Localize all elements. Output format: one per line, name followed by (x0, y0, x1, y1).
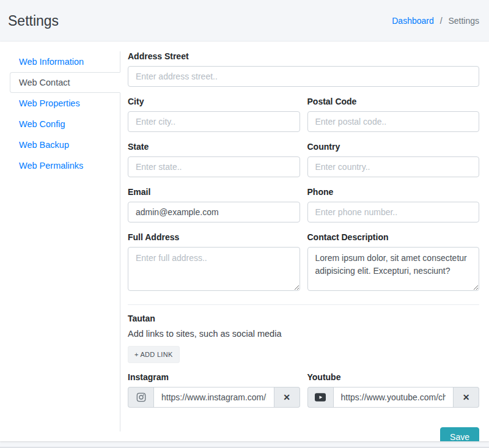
field-postal-code: Postal Code (307, 97, 480, 132)
email-input[interactable] (128, 202, 300, 222)
state-input[interactable] (128, 156, 300, 177)
instagram-input-group: ✕ (128, 387, 300, 408)
web-contact-form: Address Street City Postal Code State (120, 51, 479, 431)
tab-web-contact[interactable]: Web Contact (10, 72, 120, 93)
settings-card-body: Web Information Web Contact Web Properti… (0, 42, 489, 441)
field-contact-description: Contact Description Lorem ipsum dolor, s… (307, 232, 480, 293)
instagram-icon (128, 387, 153, 408)
tab-web-backup[interactable]: Web Backup (10, 134, 120, 155)
postal-code-input[interactable] (307, 111, 480, 132)
youtube-url-input[interactable] (333, 387, 454, 408)
tab-web-config[interactable]: Web Config (10, 114, 120, 134)
close-icon: ✕ (463, 392, 470, 402)
instagram-label: Instagram (128, 372, 300, 382)
full-address-textarea[interactable] (128, 247, 300, 291)
breadcrumb-separator: / (440, 16, 443, 26)
settings-tab-list: Web Information Web Contact Web Properti… (10, 51, 120, 431)
field-address-street: Address Street (128, 51, 479, 87)
settings-card: Web Information Web Contact Web Properti… (0, 42, 489, 441)
field-full-address: Full Address (128, 232, 300, 293)
city-input[interactable] (128, 111, 300, 132)
youtube-input-group: ✕ (307, 387, 480, 408)
state-label: State (128, 142, 300, 152)
youtube-remove-button[interactable]: ✕ (454, 387, 479, 408)
field-email: Email (128, 187, 300, 222)
form-actions: Save (128, 427, 479, 441)
youtube-label: Youtube (307, 372, 480, 382)
phone-input[interactable] (307, 202, 480, 222)
country-input[interactable] (307, 156, 480, 177)
page-title: Settings (8, 13, 59, 29)
close-icon: ✕ (283, 392, 290, 402)
full-address-label: Full Address (128, 232, 300, 242)
breadcrumb-dashboard-link[interactable]: Dashboard (392, 16, 434, 26)
links-section-subtitle: Add links to sites, such as social media (128, 329, 479, 339)
tab-web-properties[interactable]: Web Properties (10, 93, 120, 114)
youtube-icon (307, 387, 333, 408)
instagram-remove-button[interactable]: ✕ (274, 387, 300, 408)
country-label: Country (307, 142, 480, 152)
contact-description-label: Contact Description (307, 232, 480, 242)
email-label: Email (128, 187, 300, 197)
instagram-url-input[interactable] (153, 387, 274, 408)
postal-code-label: Postal Code (307, 97, 480, 106)
tab-web-information[interactable]: Web Information (10, 51, 120, 72)
save-button[interactable]: Save (440, 427, 479, 441)
field-instagram: Instagram ✕ (128, 372, 300, 408)
tab-web-permalinks[interactable]: Web Permalinks (10, 155, 120, 176)
field-state: State (128, 142, 300, 177)
add-link-button[interactable]: + ADD LINK (128, 346, 180, 363)
phone-label: Phone (307, 187, 480, 197)
field-city: City (128, 97, 300, 132)
breadcrumb: Dashboard / Settings (392, 16, 479, 26)
page-header: Settings Dashboard / Settings (0, 0, 489, 42)
field-country: Country (307, 142, 480, 177)
address-street-label: Address Street (128, 51, 479, 61)
breadcrumb-current: Settings (448, 16, 479, 26)
field-phone: Phone (307, 187, 480, 222)
city-label: City (128, 97, 300, 106)
section-divider (128, 304, 479, 305)
address-street-input[interactable] (128, 66, 479, 87)
contact-description-textarea[interactable]: Lorem ipsum dolor, sit amet consectetur … (307, 247, 480, 291)
links-section-title: Tautan (128, 314, 479, 323)
field-youtube: Youtube ✕ (307, 372, 480, 408)
